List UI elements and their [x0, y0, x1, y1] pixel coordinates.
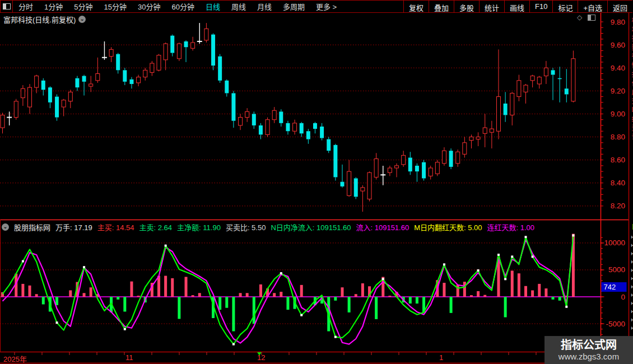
app-window: 9.809.609.409.209.008.808.608.408.201000…: [0, 0, 633, 364]
svg-text:8.40: 8.40: [611, 179, 625, 187]
collapse-indicator-icon[interactable]: ⌄: [2, 223, 9, 231]
toolbar-right-buttons: 复权叠加多股统计画线F10标记+自选返回: [403, 1, 632, 12]
svg-text:9.60: 9.60: [611, 41, 625, 49]
period-tabs: 分时1分钟5分钟15分钟30分钟60分钟日线周线月线多周期更多 >: [13, 1, 342, 12]
svg-text:0: 0: [621, 293, 625, 301]
split-screen-icon: [3, 3, 11, 10]
indicator-field: 买卖比: 5.50: [226, 222, 266, 232]
svg-text:-5000: -5000: [606, 320, 625, 328]
indicator-site-label: 股朋指标网: [14, 222, 50, 232]
year-label: 2025年: [3, 353, 27, 364]
right-edge-strip: 板块指数行情报价成交明细资讯 自 111111111111: [630, 0, 633, 364]
toolbar-button-2[interactable]: 叠加: [429, 1, 454, 12]
svg-text:9.00: 9.00: [611, 110, 625, 118]
period-tab-4[interactable]: 15分钟: [98, 1, 132, 12]
indicator-field: N日内净流入: 109151.60: [271, 222, 351, 232]
clipped-side-numbers: 111111111111: [630, 235, 633, 335]
indicator-field: 流入: 109151.60: [356, 222, 409, 232]
svg-text:10000: 10000: [604, 239, 625, 247]
indicator-header: ⌄ 股朋指标网 万手: 17.19主买: 14.54主卖: 2.64主净额: 1…: [2, 222, 534, 232]
svg-text:8.80: 8.80: [611, 133, 625, 141]
indicator-field: 万手: 17.19: [55, 222, 92, 232]
toolbar-button-9[interactable]: 返回: [607, 1, 632, 12]
stock-title: 富邦科技(日线.前复权): [3, 14, 76, 25]
svg-text:5000: 5000: [608, 265, 625, 274]
chart-canvas[interactable]: 9.809.609.409.209.008.808.608.408.201000…: [0, 0, 633, 364]
window-layout-icon[interactable]: [1, 1, 13, 12]
top-toolbar: 分时1分钟5分钟15分钟30分钟60分钟日线周线月线多周期更多 > 复权叠加多股…: [0, 0, 632, 13]
svg-text:9.40: 9.40: [611, 64, 625, 72]
toolbar-button-6[interactable]: F10: [529, 1, 552, 12]
chevron-down-icon[interactable]: ⌄: [78, 16, 86, 23]
period-tab-8[interactable]: 周线: [226, 1, 252, 12]
svg-text:8.60: 8.60: [611, 156, 625, 164]
toolbar-button-5[interactable]: 画线: [504, 1, 529, 12]
period-tab-3[interactable]: 5分钟: [68, 1, 98, 12]
period-tab-6[interactable]: 60分钟: [166, 1, 199, 12]
period-tab-9[interactable]: 月线: [252, 1, 277, 12]
clipped-side-text: 板块指数行情报价成交明细资讯: [630, 17, 633, 142]
period-tab-11[interactable]: 更多 >: [310, 1, 342, 12]
indicator-field: M日内翻红天数: 5.00: [414, 222, 482, 232]
date-label: 11: [125, 353, 133, 362]
diamond-icon[interactable]: ◇: [577, 13, 582, 21]
period-tab-2[interactable]: 1分钟: [39, 1, 68, 12]
clipped-side-text: 自: [630, 223, 633, 232]
latest-value-tag: 742: [604, 283, 616, 291]
period-tab-1[interactable]: 分时: [13, 1, 39, 12]
toolbar-button-1[interactable]: 复权: [403, 1, 429, 12]
indicator-field: 主买: 14.54: [97, 222, 134, 232]
toolbar-button-3[interactable]: 多股: [454, 1, 479, 12]
toolbar-button-8[interactable]: +自选: [578, 1, 607, 12]
period-tab-10[interactable]: 多周期: [277, 1, 310, 12]
watermark-title: 指标公式网: [561, 339, 617, 352]
watermark: 指标公式网 www.zbgs3.com: [544, 336, 633, 364]
svg-text:9.80: 9.80: [611, 18, 625, 26]
date-label: 12: [257, 353, 265, 362]
indicator-field: 主卖: 2.64: [139, 222, 173, 232]
toolbar-button-7[interactable]: 标记: [552, 1, 578, 12]
watermark-url: www.zbgs3.com: [558, 352, 619, 362]
period-tab-5[interactable]: 30分钟: [132, 1, 166, 12]
date-label: 1: [439, 353, 443, 362]
svg-text:9.20: 9.20: [611, 87, 625, 95]
indicator-field: 主净额: 11.90: [177, 222, 221, 232]
indicator-field: 连红天数: 1.00: [487, 222, 535, 232]
period-tab-7[interactable]: 日线: [200, 1, 226, 12]
svg-text:8.20: 8.20: [611, 202, 625, 210]
split-window-icon[interactable]: [588, 15, 595, 21]
toolbar-button-4[interactable]: 统计: [479, 1, 504, 12]
